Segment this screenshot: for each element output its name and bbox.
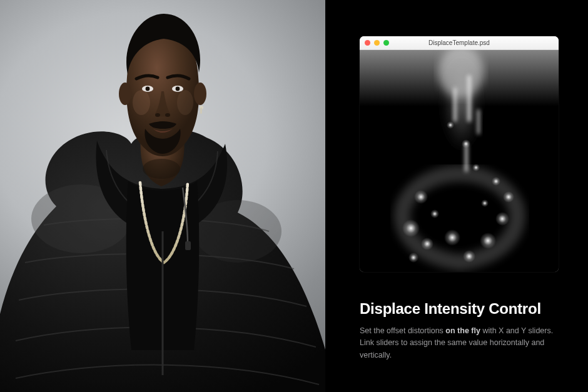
- svg-point-2: [143, 159, 180, 179]
- svg-point-25: [414, 190, 428, 204]
- displacement-map-preview: [360, 50, 559, 272]
- svg-point-28: [408, 253, 418, 263]
- svg-point-13: [133, 90, 150, 115]
- portrait-photo: [0, 0, 325, 392]
- svg-point-38: [447, 121, 454, 129]
- svg-point-37: [462, 139, 470, 148]
- svg-point-39: [472, 164, 480, 171]
- svg-point-34: [492, 177, 500, 186]
- svg-point-10: [176, 87, 180, 91]
- svg-point-26: [402, 219, 420, 237]
- svg-point-14: [177, 90, 193, 115]
- svg-point-33: [503, 191, 514, 203]
- desc-bold: on the fly: [445, 326, 480, 335]
- svg-point-32: [495, 212, 509, 226]
- close-icon[interactable]: [365, 40, 370, 46]
- window-title: DisplaceTemplate.psd: [360, 39, 559, 46]
- desc-prefix: Set the offset distortions: [360, 326, 445, 335]
- minimize-icon[interactable]: [374, 40, 380, 46]
- svg-rect-6: [200, 108, 202, 114]
- zoom-icon[interactable]: [383, 40, 389, 46]
- window-titlebar: DisplaceTemplate.psd: [360, 36, 559, 50]
- svg-rect-15: [185, 241, 191, 250]
- feature-heading: Displace Intensity Control: [360, 300, 569, 318]
- svg-rect-21: [454, 88, 457, 122]
- svg-point-35: [481, 199, 489, 207]
- svg-point-27: [421, 238, 433, 250]
- svg-rect-23: [477, 109, 480, 134]
- svg-point-4: [194, 83, 206, 105]
- svg-point-11: [155, 113, 160, 117]
- svg-rect-22: [467, 75, 471, 122]
- feature-panel: DisplaceTemplate.psd: [325, 0, 588, 392]
- feature-description: Set the offset distortions on the fly wi…: [360, 325, 569, 361]
- svg-point-36: [430, 209, 439, 218]
- svg-point-3: [119, 83, 131, 105]
- svg-point-30: [463, 250, 475, 263]
- svg-point-29: [444, 229, 460, 246]
- svg-point-9: [146, 87, 150, 91]
- svg-point-31: [480, 233, 496, 249]
- svg-point-12: [165, 113, 170, 117]
- preview-window: DisplaceTemplate.psd: [360, 36, 559, 272]
